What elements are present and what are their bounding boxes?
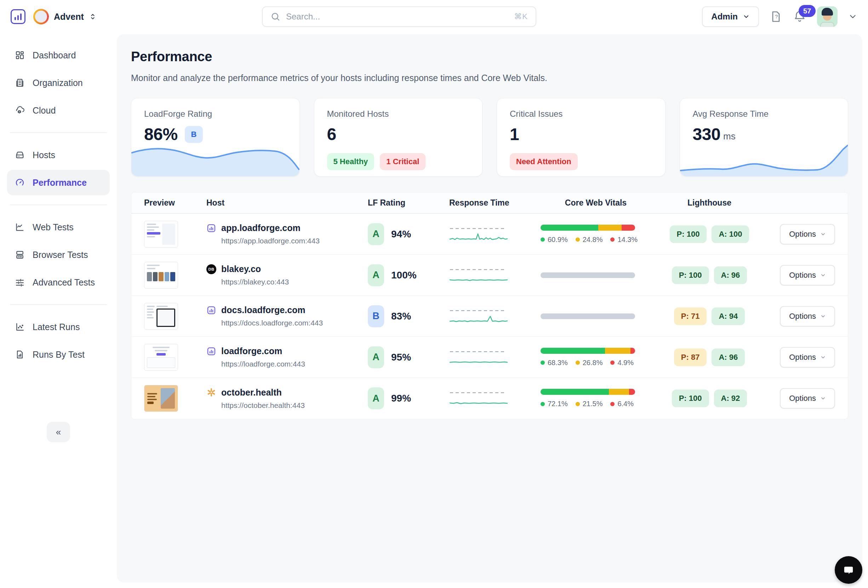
server-icon: [15, 150, 25, 160]
sidebar-item-cloud[interactable]: Cloud: [7, 98, 110, 123]
sidebar-item-dashboard[interactable]: Dashboard: [7, 43, 110, 68]
lf-rating-grade-badge: A: [368, 264, 384, 286]
column-header-host: Host: [207, 198, 368, 208]
host-row-october-health: october.health https://october.health:44…: [131, 378, 848, 419]
core-web-vitals-empty: [540, 314, 635, 319]
user-avatar[interactable]: [817, 6, 837, 27]
chat-button[interactable]: [835, 556, 862, 584]
column-header-lighthouse: Lighthouse: [651, 198, 768, 208]
host-preview-thumbnail[interactable]: [144, 303, 178, 330]
host-options-button[interactable]: Options: [780, 265, 835, 286]
notification-count-badge: 57: [799, 5, 816, 17]
org-switcher[interactable]: Advent: [33, 9, 97, 24]
gauge-icon: [15, 178, 25, 187]
host-url: https://blakey.co:443: [207, 278, 368, 286]
lighthouse-accessibility-badge: A: 100: [712, 225, 749, 243]
cwv-good-dot: [540, 402, 545, 406]
sidebar-item-hosts[interactable]: Hosts: [7, 142, 110, 168]
chevron-down-icon: [848, 12, 858, 21]
lf-rating-grade-badge: A: [368, 223, 384, 245]
sidebar-item-advanced-tests[interactable]: Advanced Tests: [7, 270, 110, 295]
search-icon: [270, 12, 280, 22]
chevron-down-icon: [820, 395, 826, 401]
search-box[interactable]: ⌘K: [262, 6, 536, 27]
host-preview-thumbnail[interactable]: [144, 385, 178, 412]
cwv-ni-dot: [576, 361, 580, 365]
flower-favicon: [207, 388, 216, 397]
bar-chart-favicon: [207, 305, 216, 315]
response-time-sparkline: [449, 348, 509, 367]
host-name[interactable]: loadforge.com: [221, 346, 282, 356]
lf-rating-percent: 94%: [391, 228, 411, 240]
cwv-ni-dot: [576, 237, 580, 242]
chevron-down-icon: [820, 355, 826, 360]
topbar: Advent ⌘K Admin ? 57: [0, 0, 868, 33]
lf-rating-percent: 83%: [391, 311, 411, 322]
notifications-button[interactable]: 57: [793, 10, 806, 24]
lf-rating-grade-badge: A: [368, 346, 384, 368]
stat-cards: LoadForge Rating 86% B Monitored Hosts 6: [131, 98, 848, 177]
lf-rating-grade-badge: A: [368, 388, 384, 409]
lighthouse-performance-badge: P: 71: [674, 308, 707, 325]
stat-card-avg-response-time: Avg Response Time 330 ms: [680, 98, 849, 177]
chevron-down-icon: [820, 231, 826, 237]
response-time-sparkline: [449, 265, 509, 285]
cloud-gear-icon: [15, 105, 25, 115]
lighthouse-accessibility-badge: A: 92: [714, 389, 747, 407]
host-url: https://october.health:443: [207, 401, 368, 410]
lf-rating-percent: 99%: [391, 393, 411, 404]
host-name[interactable]: october.health: [221, 388, 282, 398]
host-preview-thumbnail[interactable]: [144, 262, 178, 289]
host-options-button[interactable]: Options: [780, 347, 835, 368]
column-header-preview: Preview: [144, 198, 207, 208]
user-menu-button[interactable]: [848, 12, 858, 21]
chevron-down-icon: [820, 273, 826, 278]
sidebar-item-web-tests[interactable]: Web Tests: [7, 214, 110, 240]
critical-badge: 1 Critical: [380, 153, 425, 170]
avg-response-time-value: 330: [693, 125, 721, 144]
sidebar-item-organization[interactable]: Organization: [7, 70, 110, 96]
sidebar-item-performance[interactable]: Performance: [7, 170, 110, 195]
host-row-docs-loadforge: docs.loadforge.com https://docs.loadforg…: [131, 296, 848, 337]
app-root: Advent ⌘K Admin ? 57: [0, 0, 868, 588]
host-name[interactable]: docs.loadforge.com: [221, 305, 306, 315]
cwv-good-dot: [540, 237, 545, 242]
sidebar-item-browser-tests[interactable]: Browser Tests: [7, 242, 110, 267]
svg-text:?: ?: [775, 13, 778, 19]
host-options-button[interactable]: Options: [780, 224, 835, 245]
sliders-icon: [15, 277, 25, 287]
rating-grade-badge: B: [185, 126, 203, 143]
lighthouse-performance-badge: P: 87: [674, 348, 707, 366]
lighthouse-accessibility-badge: A: 96: [712, 348, 745, 366]
search-input[interactable]: [286, 12, 508, 22]
org-name: Advent: [54, 12, 84, 22]
host-name[interactable]: blakey.co: [221, 264, 261, 274]
sidebar-divider: [10, 205, 107, 205]
host-row-blakey: DB blakey.co https://blakey.co:443 A 100…: [131, 255, 848, 296]
cwv-poor-dot: [610, 361, 614, 365]
host-preview-thumbnail[interactable]: [144, 221, 178, 248]
column-header-lf-rating: LF Rating: [368, 198, 449, 208]
org-avatar: [33, 9, 49, 24]
dashboard-icon: [15, 50, 25, 60]
sidebar-item-latest-runs[interactable]: Latest Runs: [7, 314, 110, 340]
loadforge-logo-icon[interactable]: [10, 9, 25, 24]
core-web-vitals: 60.9% 24.8% 14.3%: [540, 225, 635, 244]
org-selector-icon: [89, 13, 97, 21]
response-time-sparkline: [449, 307, 509, 326]
host-name[interactable]: app.loadforge.com: [221, 223, 301, 233]
host-options-button[interactable]: Options: [780, 306, 835, 327]
scatter-chart-icon: [15, 322, 25, 332]
host-preview-thumbnail[interactable]: [144, 344, 178, 371]
sidebar-item-runs-by-test[interactable]: Runs By Test: [7, 342, 110, 367]
help-button[interactable]: ?: [770, 10, 782, 23]
table-header: Preview Host LF Rating Response Time Cor…: [131, 193, 848, 214]
host-options-button[interactable]: Options: [780, 388, 835, 409]
hosts-table: Preview Host LF Rating Response Time Cor…: [131, 192, 848, 419]
chevron-down-icon: [743, 13, 750, 20]
core-web-vitals: 68.3% 26.8% 4.9%: [540, 348, 635, 367]
core-web-vitals-empty: [540, 273, 635, 278]
sidebar-collapse-button[interactable]: «: [47, 422, 70, 442]
lighthouse-performance-badge: P: 100: [670, 225, 707, 243]
admin-menu-button[interactable]: Admin: [702, 6, 759, 27]
